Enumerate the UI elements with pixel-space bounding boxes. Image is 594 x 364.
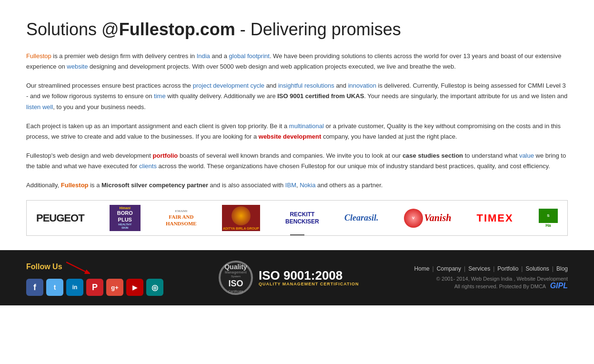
nokia-link[interactable]: Nokia — [300, 182, 315, 189]
paragraph-3: Each project is taken up as an important… — [26, 121, 568, 142]
website-link-1[interactable]: website — [67, 63, 88, 70]
clearasil-logo: Clearasil. — [344, 213, 379, 223]
iso-badge: Quality Management System ISO Certificat… — [219, 261, 359, 295]
clients-carousel: PEUGEOT Himani BOROPLUS HEALTHYSKIN emam… — [26, 200, 568, 236]
other-social-icon[interactable]: ◎ — [146, 279, 163, 296]
case-studies-link[interactable]: case studies section — [403, 152, 463, 159]
follow-us-text: Follow Us — [26, 263, 62, 271]
page-title: Solutions @Fullestop.com - Delivering pr… — [26, 19, 568, 40]
paragraph-4: Fullestop's web design and web developme… — [26, 151, 568, 172]
listen-link[interactable]: listen well — [26, 103, 53, 111]
social-icons-row: f t in P g+ ▶ ◎ — [26, 279, 163, 296]
svg-line-1 — [66, 262, 85, 272]
footer-nav: Home | Company | Services | Portfolio | … — [414, 265, 568, 272]
footer-nav-solutions[interactable]: Solutions — [525, 265, 549, 272]
project-dev-link[interactable]: project development cycle — [193, 82, 264, 89]
facebook-icon[interactable]: f — [26, 279, 43, 296]
pinterest-icon[interactable]: P — [86, 279, 103, 296]
paragraph-1: Fullestop is a premier web design firm w… — [26, 51, 568, 72]
footer-nav-services[interactable]: Services — [468, 265, 490, 272]
vanish-logo: V Vanish — [404, 209, 452, 228]
copyright-text: © 2001- 2014, Web Design India , Website… — [436, 276, 568, 282]
client-fairhandsome: emami FAIR ANDHANDSOME — [166, 205, 197, 231]
main-content: Solutions @Fullestop.com - Delivering pr… — [0, 0, 594, 250]
fairhandsome-logo: emami FAIR ANDHANDSOME — [166, 209, 197, 227]
aditya-logo: ADITYA BIRLA GROUP — [222, 205, 260, 231]
googleplus-icon[interactable]: g+ — [106, 279, 123, 296]
client-aditya: ADITYA BIRLA GROUP — [222, 205, 260, 231]
footer-right: Home | Company | Services | Portfolio | … — [414, 265, 568, 290]
youtube-icon[interactable]: ▶ — [126, 279, 143, 296]
iso-ring-icon: Quality Management System ISO Certificat… — [219, 261, 253, 295]
clients-link[interactable]: clients — [139, 162, 157, 170]
india-link[interactable]: India — [197, 52, 210, 60]
footer-nav-blog[interactable]: Blog — [556, 265, 568, 272]
ibm-link[interactable]: IBM — [285, 182, 296, 189]
sajjan-logo: S Ha — [539, 209, 558, 228]
client-peugeot: PEUGEOT — [36, 205, 84, 231]
resolutions-link[interactable]: resolutions — [304, 82, 334, 89]
client-vanish: V Vanish — [404, 205, 452, 231]
portfolio-link[interactable]: portfolio — [153, 152, 178, 159]
footer-copyright: © 2001- 2014, Web Design India , Website… — [436, 276, 568, 290]
innovation-link[interactable]: innovation — [348, 82, 376, 89]
rights-text: All rights reserved. Protected By DMCA — [454, 283, 546, 289]
twitter-icon[interactable]: t — [46, 279, 63, 296]
insightful-link[interactable]: insightful — [278, 82, 302, 89]
carousel-up-arrow[interactable]: ▲ — [290, 234, 304, 236]
peugeot-logo: PEUGEOT — [36, 212, 84, 224]
footer-center-iso: Quality Management System ISO Certificat… — [219, 261, 359, 295]
client-boroplus: Himani BOROPLUS HEALTHYSKIN — [110, 205, 141, 231]
footer-left: Follow Us f t in P g+ ▶ ◎ — [26, 260, 163, 296]
multinational-link[interactable]: multinational — [289, 122, 324, 130]
boroplus-logo: Himani BOROPLUS HEALTHYSKIN — [110, 205, 141, 231]
paragraph-5: Additionally, Fullestop is a Microsoft s… — [26, 180, 568, 191]
footer-nav-company[interactable]: Company — [437, 265, 461, 272]
reckitt-logo: RECKITTBENCKISER — [285, 211, 319, 225]
client-sajjan: S Ha — [539, 205, 558, 231]
footer-nav-home[interactable]: Home — [414, 265, 430, 272]
linkedin-icon[interactable]: in — [66, 279, 83, 296]
iso-subtitle: QUALITY MANAGEMENT CERTIFICATION — [259, 282, 359, 286]
global-footprint-link[interactable]: global footprint — [229, 52, 270, 60]
iso-text: ISO 9001:2008 QUALITY MANAGEMENT CERTIFI… — [259, 269, 359, 286]
value-link[interactable]: value — [519, 152, 534, 159]
follow-us-arrow-icon — [66, 260, 90, 274]
fullestop-link-2[interactable]: Fullestop — [61, 182, 89, 189]
follow-us-label: Follow Us — [26, 260, 163, 274]
gipl-brand: GIPL — [550, 282, 568, 290]
paragraph-2: Our streamlined processes ensure best pr… — [26, 81, 568, 112]
iso-number: ISO 9001:2008 — [259, 269, 342, 282]
fullestop-link-1[interactable]: Fullestop — [26, 52, 51, 60]
footer-nav-portfolio[interactable]: Portfolio — [497, 265, 518, 272]
client-clearasil: Clearasil. — [344, 205, 379, 231]
timex-logo: TIMEX — [476, 212, 513, 224]
client-timex: TIMEX — [476, 205, 513, 231]
footer: Follow Us f t in P g+ ▶ ◎ Qual — [0, 250, 594, 305]
client-reckitt: RECKITTBENCKISER — [285, 205, 319, 231]
website-development-link[interactable]: website development — [259, 133, 321, 140]
time-link[interactable]: time — [154, 92, 166, 100]
